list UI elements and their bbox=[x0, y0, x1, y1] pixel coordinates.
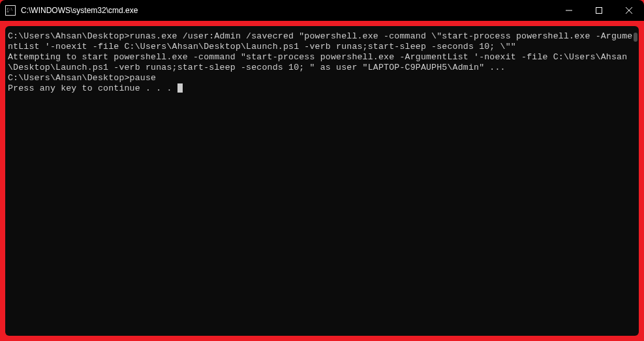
terminal-line: Attempting to start powershell.exe -comm… bbox=[8, 52, 636, 73]
cmd-window: C:\ C:\WINDOWS\system32\cmd.exe bbox=[0, 0, 644, 341]
cmd-icon: C:\ bbox=[5, 5, 16, 16]
minimize-button[interactable] bbox=[554, 0, 584, 21]
terminal[interactable]: C:\Users\Ahsan\Desktop>runas.exe /user:A… bbox=[5, 26, 639, 336]
svg-rect-3 bbox=[7, 12, 9, 12]
window-title: C:\WINDOWS\system32\cmd.exe bbox=[21, 6, 554, 15]
cursor bbox=[177, 83, 183, 93]
terminal-content: C:\Users\Ahsan\Desktop>runas.exe /user:A… bbox=[8, 31, 636, 94]
terminal-line: C:\Users\Ahsan\Desktop>pause bbox=[8, 73, 636, 83]
window-controls bbox=[554, 0, 644, 21]
terminal-text: Press any key to continue . . . bbox=[8, 83, 177, 93]
maximize-button[interactable] bbox=[584, 0, 614, 21]
close-button[interactable] bbox=[614, 0, 644, 21]
terminal-line: Press any key to continue . . . bbox=[8, 83, 636, 94]
scrollbar-thumb[interactable] bbox=[634, 33, 637, 42]
svg-text:C:\: C:\ bbox=[7, 7, 13, 11]
titlebar[interactable]: C:\ C:\WINDOWS\system32\cmd.exe bbox=[0, 0, 644, 21]
terminal-area: C:\Users\Ahsan\Desktop>runas.exe /user:A… bbox=[0, 21, 644, 341]
svg-rect-5 bbox=[596, 8, 602, 14]
terminal-line: C:\Users\Ahsan\Desktop>runas.exe /user:A… bbox=[8, 31, 636, 52]
